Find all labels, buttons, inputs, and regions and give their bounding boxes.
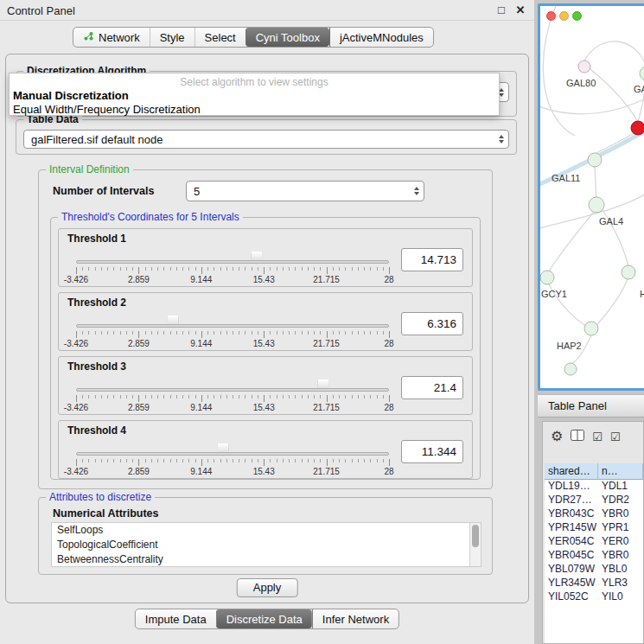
node-label: GAL11	[552, 173, 580, 183]
list-item[interactable]: SelfLoops	[52, 523, 481, 538]
network-tab-icon	[83, 31, 94, 44]
numerical-attributes-label: Numerical Attributes	[53, 507, 158, 520]
table-header-row: shared… n…	[545, 463, 643, 480]
tab-infer-network[interactable]: Infer Network	[312, 609, 399, 628]
cell-shared-name[interactable]: YER054C	[545, 535, 598, 549]
tab-discretize-data[interactable]: Discretize Data	[216, 609, 312, 628]
table-data-value: galFiltered.sif default node	[31, 133, 163, 146]
node-label: HAP2	[557, 341, 582, 351]
gear-icon[interactable]: ⚙	[551, 430, 563, 443]
network-node[interactable]	[584, 322, 598, 335]
attributes-group-title: Attributes to discretize	[46, 491, 155, 503]
table-panel-title: Table Panel	[538, 395, 644, 417]
threshold-2-value-field[interactable]	[401, 312, 463, 335]
zoom-traffic-light[interactable]	[572, 11, 582, 21]
network-view[interactable]: GAL80 GA GAL11 GAL4 GCY1 H HAP2	[538, 3, 644, 391]
tab-jactivemnodules[interactable]: jActiveMNodules	[329, 28, 433, 47]
slider-ticks	[76, 395, 389, 402]
cell-shared-name[interactable]: YDL19…	[545, 480, 598, 494]
number-of-intervals-select[interactable]: 5	[186, 181, 424, 201]
network-node[interactable]	[588, 153, 602, 167]
network-node[interactable]	[622, 265, 635, 279]
table-row[interactable]: YBR045CYBR0	[545, 549, 643, 563]
table-row[interactable]: YBL079WYBL0	[545, 563, 643, 577]
control-panel-window: Control Panel □ ✕ Network Style Select	[0, 0, 534, 644]
cell-shared-name[interactable]: YBR043C	[545, 507, 598, 521]
tab-cyni-toolbox[interactable]: Cyni Toolbox	[245, 28, 329, 47]
network-node-selected[interactable]	[631, 121, 644, 135]
threshold-3-box: Threshold 3 -3.426 2.859 9.144 15.43	[58, 356, 473, 415]
slider-track[interactable]	[76, 260, 389, 264]
cell-name[interactable]: YDL1	[598, 480, 643, 494]
list-item[interactable]: BetweennessCentrality	[52, 552, 481, 567]
table-row[interactable]: YBR043CYBR0	[545, 507, 643, 521]
cell-name[interactable]: YLR3	[598, 577, 643, 590]
columns-icon[interactable]	[571, 430, 584, 443]
select-none-checkbox-icon[interactable]: ☑	[610, 431, 621, 443]
slider-track[interactable]	[76, 324, 389, 328]
minimize-traffic-light[interactable]	[559, 11, 569, 21]
threshold-1-value-field[interactable]	[401, 248, 463, 271]
cell-shared-name[interactable]: YBL079W	[545, 563, 598, 577]
column-header-shared-name[interactable]: shared…	[545, 463, 598, 479]
threshold-3-value-field[interactable]	[401, 376, 463, 399]
control-panel-tabbar: Network Style Select Cyni Toolbox jActiv…	[73, 27, 434, 48]
list-scrollbar-thumb[interactable]	[472, 525, 479, 547]
cell-shared-name[interactable]: YPR145W	[545, 521, 598, 535]
dropdown-option-manual-discretization[interactable]: Manual Discretization	[10, 88, 499, 102]
algorithm-dropdown-popup: Select algorithm to view settings Manual…	[9, 73, 500, 116]
interval-definition-group: Interval Definition Number of Intervals …	[38, 169, 493, 489]
cell-name[interactable]: YPR1	[598, 521, 643, 535]
close-traffic-light[interactable]	[546, 11, 556, 21]
threshold-2-box: Threshold 2 -3.426 2.859 9.144 15.43	[58, 292, 473, 351]
network-node[interactable]	[578, 61, 590, 73]
cyni-toolbox-panel: Discretization Algorithm Select algorith…	[5, 54, 529, 603]
select-all-checkbox-icon[interactable]: ☑	[592, 431, 603, 443]
cell-name[interactable]: YDR2	[598, 494, 643, 507]
cell-shared-name[interactable]: YLR345W	[545, 577, 598, 590]
float-window-icon[interactable]: □	[494, 3, 508, 16]
table-row[interactable]: YER054CYER0	[545, 535, 643, 549]
cell-name[interactable]: YBL0	[598, 563, 643, 577]
tab-impute-data-label: Impute Data	[145, 613, 207, 626]
cell-name[interactable]: YIL0	[598, 590, 643, 604]
list-item[interactable]: TopologicalCoefficient	[52, 538, 481, 552]
cell-name[interactable]: YBR0	[598, 549, 643, 563]
table-row[interactable]: YIL052CYIL0	[545, 590, 643, 604]
thresholds-group-title: Threshold's Coordinates for 5 Intervals	[58, 211, 243, 223]
threshold-4-value-field[interactable]	[401, 440, 463, 463]
table-data-select[interactable]: galFiltered.sif default node	[23, 130, 509, 149]
network-node[interactable]	[540, 271, 554, 284]
list-scrollbar[interactable]	[469, 523, 481, 566]
cyni-bottom-tabbar: Impute Data Discretize Data Infer Networ…	[135, 609, 399, 629]
cell-name[interactable]: YBR0	[598, 507, 643, 521]
cell-shared-name[interactable]: YBR045C	[545, 549, 598, 563]
dropdown-option-equal-width-frequency[interactable]: Equal Width/Frequency Discretization	[10, 102, 499, 116]
slider-track[interactable]	[76, 452, 389, 456]
cell-shared-name[interactable]: YDR27…	[545, 494, 598, 507]
slider-tick-labels: -3.426 2.859 9.144 15.43 21.715 28	[76, 275, 389, 284]
slider-ticks	[76, 459, 389, 466]
apply-button[interactable]: Apply	[237, 578, 298, 597]
tab-select[interactable]: Select	[194, 28, 245, 47]
cell-name[interactable]: YER0	[598, 535, 643, 549]
tab-style[interactable]: Style	[150, 28, 194, 47]
table-panel: ⚙ ☑ ☑ shared… n… YDL19…YDL1 YDR27…YDR2 Y…	[542, 421, 644, 644]
tab-network[interactable]: Network	[73, 28, 150, 47]
table-row[interactable]: YLR345WYLR3	[545, 577, 643, 590]
thresholds-group: Threshold's Coordinates for 5 Intervals …	[50, 217, 481, 480]
slider-tick-labels: -3.426 2.859 9.144 15.43 21.715 28	[76, 403, 389, 412]
table-row[interactable]: YPR145WYPR1	[545, 521, 643, 535]
slider-track[interactable]	[76, 388, 389, 392]
network-node[interactable]	[589, 197, 604, 213]
network-node[interactable]	[564, 363, 577, 375]
network-node[interactable]	[640, 67, 644, 80]
table-row[interactable]: YDR27…YDR2	[545, 494, 643, 507]
column-header-name[interactable]: n…	[598, 463, 643, 479]
cell-shared-name[interactable]: YIL052C	[545, 590, 598, 604]
tab-impute-data[interactable]: Impute Data	[136, 609, 216, 628]
slider-tick-labels: -3.426 2.859 9.144 15.43 21.715 28	[76, 467, 389, 476]
close-window-icon[interactable]: ✕	[513, 3, 527, 16]
tab-jactivemnodules-label: jActiveMNodules	[340, 31, 424, 44]
table-row[interactable]: YDL19…YDL1	[545, 480, 643, 494]
